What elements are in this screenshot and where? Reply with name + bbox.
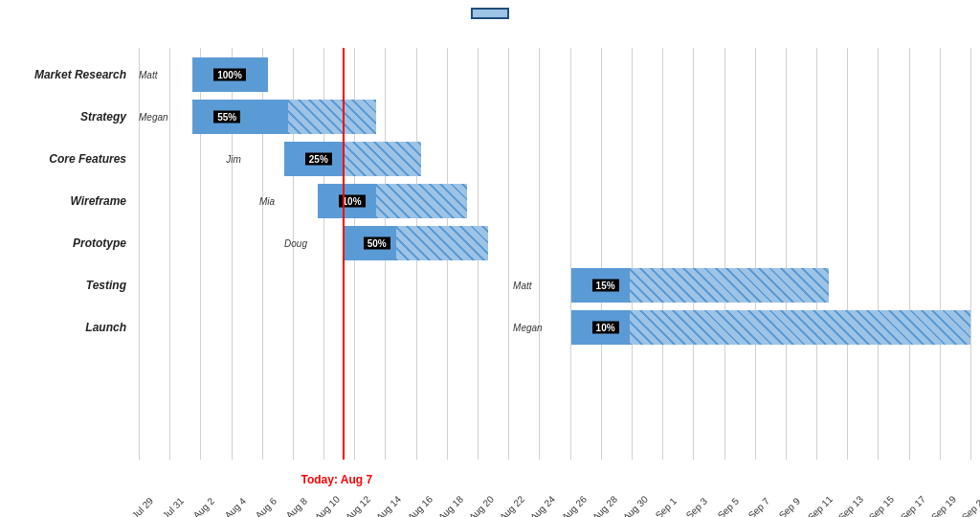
x-label: Aug 4 [222,496,247,517]
x-label: Aug 2 [191,496,216,517]
x-label: Jul 31 [161,496,187,517]
bar-hatched-strategy [288,100,375,134]
bar-core-features: Jim25% [139,142,970,176]
x-label: Jul 29 [130,496,156,517]
x-label: Sep 13 [836,494,865,517]
bar-person-testing: Matt [513,281,531,291]
bar-market-research: Matt100% [139,57,970,92]
bar-pct-core-features: 25% [305,153,332,166]
bar-launch: Megan10% [139,310,970,345]
x-label: Aug 14 [374,494,403,517]
row-label-strategy: Strategy [80,110,126,124]
x-axis: Jul 29Jul 31Aug 2Aug 4Aug 6Aug 8Aug 10Au… [139,464,970,517]
bar-prototype: Doug50% [139,226,970,260]
x-label: Sep 11 [806,494,835,517]
bar-person-strategy: Megan [139,112,168,123]
bar-wireframe: Mia10% [139,184,970,218]
bar-pct-strategy: 55% [213,111,240,124]
bar-person-market-research: Matt [139,70,157,80]
bar-hatched-testing [630,268,830,303]
row-label-prototype: Prototype [73,236,126,250]
bar-person-core-features: Jim [226,154,241,165]
x-label: Sep 1 [654,496,679,517]
bar-solid-strategy [192,100,288,134]
bar-strategy: Megan55% [139,100,970,134]
bar-person-wireframe: Mia [259,196,275,207]
x-label: Aug 6 [253,496,278,517]
x-label: Aug 20 [467,494,496,517]
today-line [343,48,345,460]
bar-pct-testing: 15% [592,280,619,292]
bar-hatched-launch [630,310,970,345]
x-label: Aug 24 [528,494,557,517]
x-label: Sep 3 [684,496,709,517]
bar-pct-prototype: 50% [364,237,390,250]
x-label: Sep 5 [715,496,740,517]
x-label: Aug 8 [284,496,309,517]
x-label: Aug 10 [313,494,342,517]
x-label: Aug 30 [621,494,650,517]
row-labels-container: Market ResearchStrategyCore FeaturesWire… [0,48,134,460]
gantt-area: Matt100%Megan55%Jim25%Mia10%Doug50%Matt1… [139,48,970,460]
row-label-market-research: Market Research [34,68,126,81]
x-label: Aug 16 [405,494,434,517]
x-label: Sep 17 [898,494,926,517]
bar-hatched-core-features [343,142,422,176]
bar-person-launch: Megan [513,323,543,333]
x-label: Sep 19 [929,494,958,517]
row-label-core-features: Core Features [49,152,126,166]
x-label: Sep 9 [777,496,802,517]
bar-testing: Matt15% [139,268,970,303]
x-label: Aug 12 [344,494,372,517]
bar-pct-launch: 10% [592,322,619,334]
x-label: Aug 28 [590,494,619,517]
row-label-testing: Testing [86,279,126,292]
row-label-launch: Launch [85,321,126,334]
bar-pct-market-research: 100% [213,69,246,81]
x-label: Aug 22 [498,494,526,517]
x-label: Sep 7 [746,496,770,517]
chart-title [471,8,509,19]
grid-line [970,48,971,460]
x-label: Sep 21 [960,494,980,517]
row-label-wireframe: Wireframe [70,194,126,208]
bar-person-prototype: Doug [284,238,307,249]
x-label: Aug 18 [436,494,465,517]
chart-container: Market ResearchStrategyCore FeaturesWire… [0,0,980,517]
bar-hatched-prototype [396,226,488,260]
x-label: Sep 15 [867,494,896,517]
x-label: Aug 26 [559,494,588,517]
bar-hatched-wireframe [376,184,468,218]
